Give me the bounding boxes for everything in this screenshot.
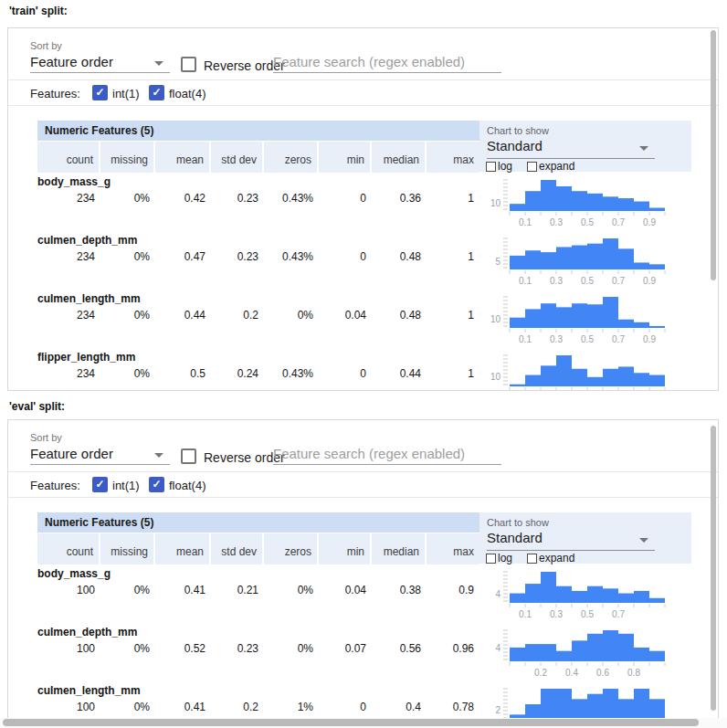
value-count: 100 — [37, 701, 100, 713]
sort-order-value: Feature order — [30, 54, 113, 69]
value-std-dev: 0.24 — [211, 367, 264, 380]
value-count: 234 — [37, 192, 100, 205]
value-missing: 0% — [100, 584, 155, 596]
value-mean: 0.47 — [155, 250, 211, 263]
value-median: 0.48 — [372, 309, 427, 322]
svg-text:0.2: 0.2 — [534, 668, 547, 678]
column-header-zeros: zeros — [264, 533, 319, 564]
expand-checkbox[interactable] — [527, 162, 537, 172]
sort-order-select[interactable]: Feature order — [30, 444, 170, 466]
feature-row: culmen_depth_mm 40.20.40.60.8 1000%0.520… — [8, 623, 718, 681]
svg-text:0.3: 0.3 — [550, 609, 563, 619]
svg-text:0.3: 0.3 — [550, 217, 563, 227]
feature-name: body_mass_g — [37, 175, 111, 188]
feature-type-checkbox[interactable] — [149, 477, 164, 492]
svg-text:0.1: 0.1 — [519, 217, 532, 227]
reverse-order-checkbox[interactable] — [181, 448, 196, 464]
feature-row: body_mass_g 100.10.30.50.70.9 2340%0.420… — [8, 173, 718, 231]
column-header-median: median — [372, 533, 427, 564]
column-header-mean: mean — [155, 533, 211, 564]
sort-select-underline — [30, 464, 170, 465]
column-header-row: countmissingmeanstd devzerosminmedianmax — [37, 142, 479, 173]
value-mean: 0.41 — [155, 701, 211, 713]
value-min: 0 — [319, 367, 372, 380]
page: 'train' split: 'eval' split: Sort by Fea… — [0, 0, 727, 728]
vertical-scrollbar-thumb[interactable] — [711, 426, 716, 711]
horizontal-scrollbar[interactable] — [0, 718, 727, 728]
column-header-median: median — [372, 142, 427, 173]
svg-text:0.7: 0.7 — [612, 217, 625, 227]
value-count: 100 — [37, 642, 100, 655]
column-header-std-dev: std dev — [211, 142, 264, 173]
value-max: 0.78 — [427, 701, 479, 713]
value-missing: 0% — [100, 309, 155, 322]
value-max: 0.9 — [427, 584, 479, 596]
reverse-order-checkbox[interactable] — [181, 57, 196, 72]
log-label: log — [498, 552, 512, 564]
svg-text:0.5: 0.5 — [581, 609, 594, 619]
vertical-scrollbar-thumb[interactable] — [711, 30, 716, 280]
svg-text:0.9: 0.9 — [643, 217, 656, 227]
log-checkbox[interactable] — [486, 554, 496, 564]
value-mean: 0.41 — [155, 584, 211, 596]
svg-text:0.9: 0.9 — [643, 276, 656, 286]
svg-text:0.5: 0.5 — [581, 217, 594, 227]
histogram: 100.10.30.50.70.9 — [460, 291, 684, 348]
column-header-row: countmissingmeanstd devzerosminmedianmax — [37, 533, 479, 564]
value-max: 1 — [427, 250, 479, 263]
feature-row: body_mass_g 40.10.30.50.7 1000%0.410.210… — [8, 564, 718, 623]
feature-type-checkbox[interactable] — [92, 477, 108, 492]
log-label: log — [498, 160, 512, 173]
value-missing: 0% — [100, 192, 155, 205]
sort-order-select[interactable]: Feature order — [30, 52, 170, 74]
value-median: 0.48 — [372, 250, 427, 263]
value-median: 0.4 — [372, 701, 427, 713]
stats-panel-train: Sort by Feature order Reverse order Feat… — [7, 27, 719, 391]
value-count: 234 — [37, 367, 100, 380]
value-count: 234 — [37, 250, 100, 263]
chevron-down-icon — [639, 146, 648, 151]
value-min: 0.07 — [319, 642, 372, 655]
svg-text:0.7: 0.7 — [612, 609, 625, 619]
feature-name: culmen_length_mm — [37, 292, 141, 305]
chart-type-select[interactable]: Standard — [487, 529, 655, 549]
value-min: 0 — [319, 701, 372, 713]
value-min: 0.04 — [319, 309, 372, 322]
expand-checkbox[interactable] — [527, 554, 537, 564]
expand-label: expand — [539, 552, 574, 564]
features-bar: Features: int(1)float(4) — [8, 80, 718, 106]
value-median: 0.36 — [372, 192, 427, 205]
column-header-std-dev: std dev — [211, 533, 264, 564]
value-median: 0.56 — [372, 642, 427, 655]
value-zeros: 0.43% — [264, 367, 319, 380]
column-header-missing: missing — [100, 533, 155, 564]
value-missing: 0% — [100, 367, 155, 380]
value-min: 0 — [319, 250, 372, 263]
feature-search-input[interactable] — [273, 442, 501, 465]
column-header-max: max — [427, 533, 479, 564]
value-missing: 0% — [100, 701, 155, 713]
svg-text:0.5: 0.5 — [581, 334, 594, 344]
value-missing: 0% — [100, 250, 155, 263]
feature-type-checkbox[interactable] — [149, 85, 164, 100]
sort-by-label: Sort by — [30, 40, 62, 51]
sort-toolbar: Sort by Feature order Reverse order — [8, 28, 718, 80]
expand-label: expand — [539, 160, 574, 173]
feature-type-checkbox[interactable] — [92, 85, 108, 100]
features-label: Features: — [30, 87, 80, 100]
svg-text:10: 10 — [490, 314, 501, 324]
histogram: 100.10.30.50.70.9 — [460, 174, 684, 231]
value-zeros: 0% — [264, 584, 319, 596]
svg-text:4: 4 — [495, 589, 500, 599]
svg-text:4: 4 — [495, 643, 500, 653]
sort-order-value: Feature order — [30, 446, 113, 461]
horizontal-scrollbar-thumb[interactable] — [3, 719, 699, 726]
feature-name: body_mass_g — [37, 567, 111, 580]
feature-type-label: int(1) — [112, 479, 140, 492]
feature-name: flipper_length_mm — [37, 351, 135, 364]
feature-search-input[interactable] — [273, 50, 501, 73]
log-checkbox[interactable] — [486, 162, 496, 172]
value-std-dev: 0.23 — [211, 250, 264, 263]
value-mean: 0.5 — [155, 367, 211, 380]
chart-type-select[interactable]: Standard — [487, 137, 655, 157]
